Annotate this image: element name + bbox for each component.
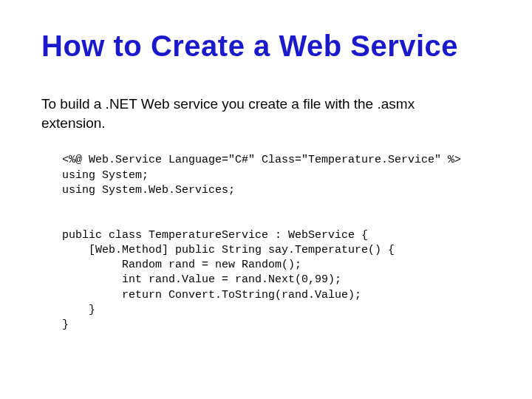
code-block: <%@ Web.Service Language="C#" Class="Tem… [62, 153, 495, 332]
slide-title: How to Create a Web Service [41, 30, 495, 62]
slide: How to Create a Web Service To build a .… [0, 0, 532, 399]
slide-subtitle: To build a .NET Web service you create a… [41, 95, 477, 132]
